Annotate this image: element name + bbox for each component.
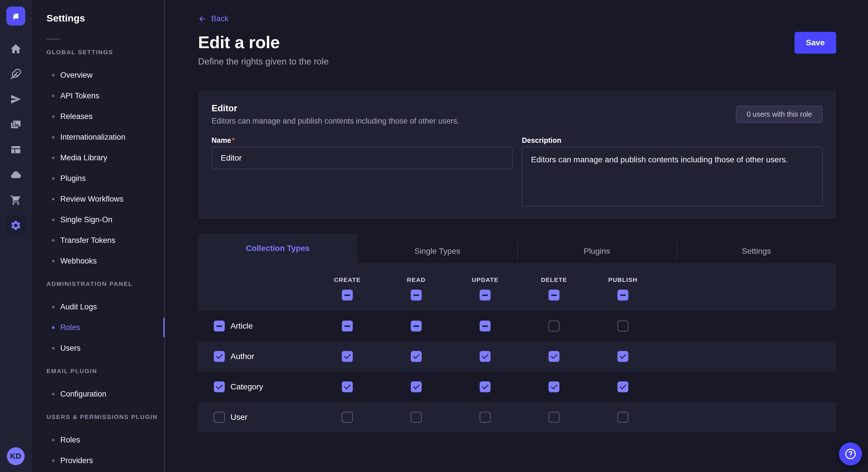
checkbox-category-update[interactable] [479, 381, 491, 392]
sidebar-item-plugins[interactable]: Plugins [32, 168, 164, 189]
sidebar-item-overview[interactable]: Overview [32, 65, 164, 86]
logo-area [0, 0, 31, 32]
name-label: Name* [212, 136, 513, 144]
section-items: Configuration [32, 384, 164, 404]
checkbox-author-delete[interactable] [549, 351, 559, 362]
checkbox-user-publish[interactable] [617, 412, 628, 423]
tab-collection-types[interactable]: Collection Types [198, 233, 358, 263]
rail-item-feather[interactable] [0, 61, 31, 87]
paper-plane-icon [5, 89, 26, 109]
row-checkbox-category[interactable] [214, 381, 225, 392]
checkbox-author-read[interactable] [411, 351, 422, 362]
header-spacer [198, 276, 313, 301]
role-name-heading: Editor [212, 103, 459, 114]
back-link[interactable]: Back [198, 14, 228, 23]
perm-column-label: READ [407, 276, 425, 283]
sidebar-item-webhooks[interactable]: Webhooks [32, 250, 164, 271]
sidebar-item-label: Media Library [60, 154, 107, 162]
sidebar-item-providers[interactable]: Providers [32, 450, 164, 471]
rail-item-gear[interactable] [0, 213, 31, 238]
row-checkbox-user[interactable] [214, 412, 225, 423]
permissions-table-body: ArticleAuthorCategoryUser [198, 311, 836, 432]
tab-plugins[interactable]: Plugins [517, 239, 677, 263]
back-label: Back [211, 14, 228, 23]
perm-cell [313, 381, 382, 392]
header-checkbox-create[interactable] [342, 290, 353, 301]
sidebar-item-review-workflows[interactable]: Review Workflows [32, 189, 164, 209]
role-card-head: Editor Editors can manage and publish co… [212, 103, 823, 126]
row-checkbox-author[interactable] [214, 351, 225, 362]
header-checkbox-delete[interactable] [549, 290, 559, 301]
bullet-icon [52, 439, 55, 441]
checkbox-article-publish[interactable] [617, 321, 628, 332]
rail-item-media-library[interactable] [0, 112, 31, 137]
back-arrow-icon [198, 14, 207, 23]
row-label: Category [230, 382, 263, 392]
sidebar-item-roles[interactable]: Roles [32, 430, 164, 450]
header-checkbox-read[interactable] [411, 290, 422, 301]
perm-column-label: PUBLISH [608, 276, 638, 283]
sidebar-item-label: Providers [60, 456, 93, 465]
rail-item-cart[interactable] [0, 188, 31, 213]
perm-cell [382, 412, 451, 423]
checkbox-category-delete[interactable] [549, 381, 559, 392]
checkbox-user-read[interactable] [411, 412, 422, 423]
tab-settings[interactable]: Settings [677, 239, 836, 263]
bullet-icon [52, 460, 55, 462]
rail-bottom: KD [0, 440, 31, 472]
checkbox-user-delete[interactable] [549, 412, 559, 423]
sidebar-item-releases[interactable]: Releases [32, 106, 164, 127]
section-items: RolesProviders [32, 430, 164, 471]
perm-cell [313, 321, 382, 332]
checkbox-article-read[interactable] [411, 321, 422, 332]
checkbox-author-publish[interactable] [617, 351, 628, 362]
checkbox-article-create[interactable] [342, 321, 353, 332]
checkbox-category-publish[interactable] [617, 381, 628, 392]
checkbox-category-read[interactable] [411, 381, 422, 392]
sidebar-item-users[interactable]: Users [32, 338, 164, 359]
tab-single-types[interactable]: Single Types [358, 239, 517, 263]
sidebar-item-label: Transfer Tokens [60, 236, 115, 245]
checkbox-article-delete[interactable] [549, 321, 559, 332]
sidebar-item-internationalization[interactable]: Internationalization [32, 127, 164, 147]
subnav-title: Settings [46, 12, 164, 24]
header-checkbox-update[interactable] [479, 290, 491, 301]
sidebar-item-transfer-tokens[interactable]: Transfer Tokens [32, 230, 164, 250]
perm-cell [451, 351, 520, 362]
perm-cell [451, 381, 520, 392]
row-label: User [230, 413, 247, 422]
rail-item-paper-plane[interactable] [0, 87, 31, 112]
save-button[interactable]: Save [795, 32, 836, 54]
bullet-icon [52, 157, 55, 159]
layout-icon [5, 139, 26, 160]
help-button[interactable] [839, 442, 862, 465]
checkbox-author-create[interactable] [342, 351, 353, 362]
sidebar-item-configuration[interactable]: Configuration [32, 384, 164, 404]
sidebar-item-media-library[interactable]: Media Library [32, 147, 164, 168]
strapi-logo[interactable] [6, 7, 25, 26]
checkbox-category-create[interactable] [342, 381, 353, 392]
rail-item-layout[interactable] [0, 137, 31, 162]
name-input[interactable] [212, 147, 513, 169]
sidebar-item-api-tokens[interactable]: API Tokens [32, 86, 164, 106]
checkbox-user-update[interactable] [479, 412, 491, 423]
rail-item-cloud[interactable] [0, 162, 31, 188]
header-checkbox-publish[interactable] [617, 290, 628, 301]
sidebar-item-single-sign-on[interactable]: Single Sign-On [32, 209, 164, 230]
perm-cell [588, 351, 657, 362]
avatar[interactable]: KD [7, 447, 25, 465]
sidebar-item-audit-logs[interactable]: Audit Logs [32, 297, 164, 317]
bullet-icon [52, 326, 55, 329]
sidebar-item-roles[interactable]: Roles [32, 317, 164, 338]
checkbox-user-create[interactable] [342, 412, 353, 423]
checkbox-article-update[interactable] [479, 321, 491, 332]
rail-nav [0, 32, 31, 440]
bullet-icon [52, 95, 55, 97]
description-textarea[interactable]: Editors can manage and publish contents … [522, 147, 823, 206]
checkbox-author-update[interactable] [479, 351, 491, 362]
subnav-header: Settings [32, 0, 164, 40]
perm-column-label: UPDATE [472, 276, 498, 283]
rail-item-home[interactable] [0, 36, 31, 61]
users-with-role-button[interactable]: 0 users with this role [736, 106, 823, 123]
row-checkbox-article[interactable] [214, 321, 225, 332]
